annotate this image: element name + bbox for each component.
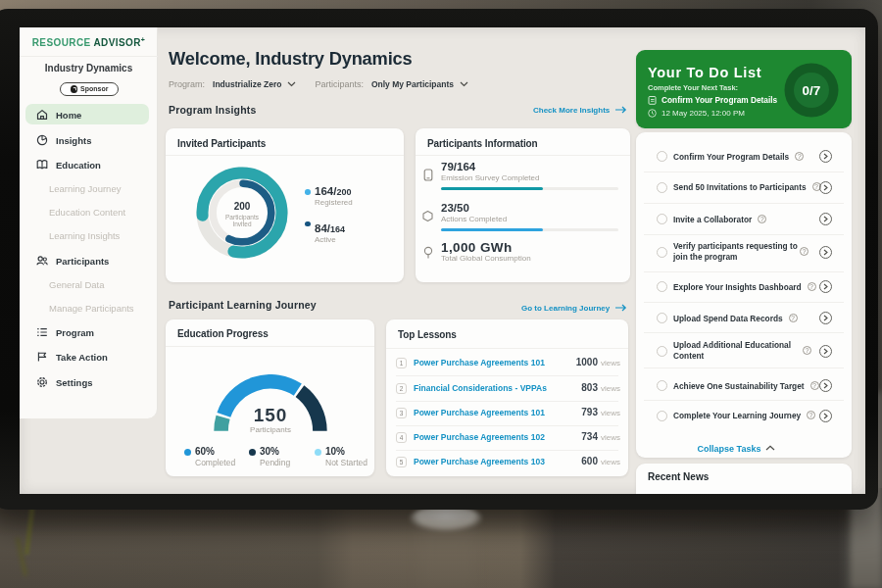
svg-text:0/7: 0/7 [803, 83, 821, 98]
